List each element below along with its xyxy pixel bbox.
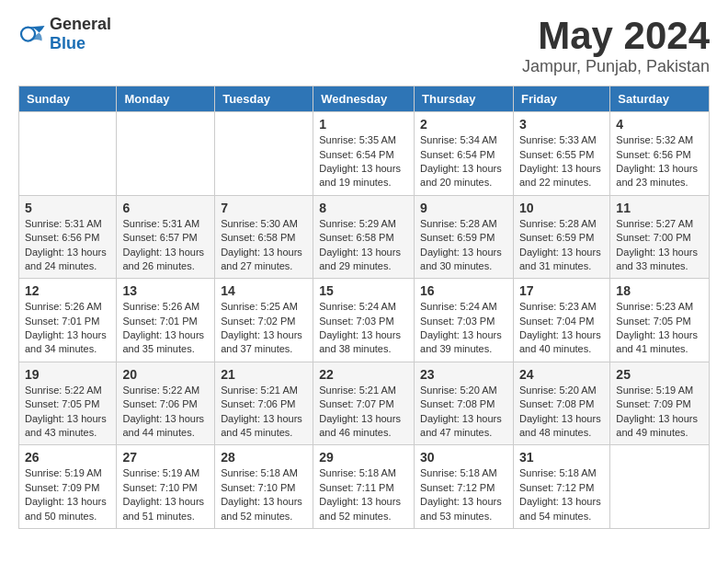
calendar-cell: 11Sunrise: 5:27 AM Sunset: 7:00 PM Dayli…	[610, 195, 710, 279]
day-info: Sunrise: 5:28 AM Sunset: 6:59 PM Dayligh…	[519, 217, 604, 274]
day-info: Sunrise: 5:23 AM Sunset: 7:04 PM Dayligh…	[519, 300, 604, 357]
day-number: 17	[519, 283, 604, 298]
day-info: Sunrise: 5:28 AM Sunset: 6:59 PM Dayligh…	[420, 217, 507, 274]
day-number: 20	[122, 367, 209, 382]
weekday-header: Wednesday	[313, 86, 415, 112]
calendar-cell: 5Sunrise: 5:31 AM Sunset: 6:56 PM Daylig…	[19, 195, 117, 279]
day-number: 21	[221, 367, 307, 382]
calendar-week-row: 1Sunrise: 5:35 AM Sunset: 6:54 PM Daylig…	[19, 112, 710, 196]
day-number: 14	[221, 283, 307, 298]
day-info: Sunrise: 5:23 AM Sunset: 7:05 PM Dayligh…	[616, 300, 703, 357]
day-number: 31	[519, 450, 604, 465]
day-number: 22	[319, 367, 408, 382]
day-number: 30	[420, 450, 507, 465]
title-block: May 2024 Jampur, Punjab, Pakistan	[522, 15, 710, 76]
calendar-cell: 2Sunrise: 5:34 AM Sunset: 6:54 PM Daylig…	[415, 112, 514, 196]
day-number: 24	[519, 367, 604, 382]
main-title: May 2024	[522, 15, 710, 57]
day-info: Sunrise: 5:25 AM Sunset: 7:02 PM Dayligh…	[221, 300, 307, 357]
day-number: 7	[221, 201, 307, 215]
day-info: Sunrise: 5:26 AM Sunset: 7:01 PM Dayligh…	[25, 300, 110, 357]
calendar-cell: 6Sunrise: 5:31 AM Sunset: 6:57 PM Daylig…	[117, 195, 215, 279]
calendar-week-row: 19Sunrise: 5:22 AM Sunset: 7:05 PM Dayli…	[19, 362, 710, 445]
calendar-cell: 19Sunrise: 5:22 AM Sunset: 7:05 PM Dayli…	[19, 362, 117, 445]
day-info: Sunrise: 5:20 AM Sunset: 7:08 PM Dayligh…	[420, 384, 507, 441]
weekday-header: Thursday	[415, 86, 514, 112]
calendar-cell: 21Sunrise: 5:21 AM Sunset: 7:06 PM Dayli…	[215, 362, 313, 445]
day-info: Sunrise: 5:30 AM Sunset: 6:58 PM Dayligh…	[221, 217, 307, 274]
calendar-cell: 16Sunrise: 5:24 AM Sunset: 7:03 PM Dayli…	[415, 279, 514, 362]
weekday-header: Friday	[513, 86, 609, 112]
calendar-cell	[610, 445, 710, 529]
day-number: 23	[420, 367, 507, 382]
day-number: 10	[519, 201, 604, 215]
day-number: 29	[319, 450, 408, 465]
day-info: Sunrise: 5:27 AM Sunset: 7:00 PM Dayligh…	[616, 217, 703, 274]
day-number: 9	[420, 201, 507, 215]
day-number: 18	[616, 283, 703, 298]
calendar-cell: 22Sunrise: 5:21 AM Sunset: 7:07 PM Dayli…	[313, 362, 415, 445]
calendar-cell: 28Sunrise: 5:18 AM Sunset: 7:10 PM Dayli…	[215, 445, 313, 529]
day-info: Sunrise: 5:18 AM Sunset: 7:10 PM Dayligh…	[221, 466, 307, 523]
day-info: Sunrise: 5:29 AM Sunset: 6:58 PM Dayligh…	[319, 217, 408, 274]
day-number: 26	[25, 450, 110, 465]
day-info: Sunrise: 5:31 AM Sunset: 6:57 PM Dayligh…	[122, 217, 209, 274]
day-info: Sunrise: 5:26 AM Sunset: 7:01 PM Dayligh…	[122, 300, 209, 357]
day-info: Sunrise: 5:18 AM Sunset: 7:12 PM Dayligh…	[519, 466, 604, 523]
day-number: 3	[519, 117, 604, 132]
day-number: 1	[319, 117, 408, 132]
calendar-header-row: SundayMondayTuesdayWednesdayThursdayFrid…	[19, 86, 710, 112]
day-info: Sunrise: 5:24 AM Sunset: 7:03 PM Dayligh…	[420, 300, 507, 357]
logo: General Blue	[18, 15, 111, 53]
day-info: Sunrise: 5:21 AM Sunset: 7:06 PM Dayligh…	[221, 384, 307, 441]
day-info: Sunrise: 5:22 AM Sunset: 7:06 PM Dayligh…	[122, 384, 209, 441]
subtitle: Jampur, Punjab, Pakistan	[522, 57, 710, 76]
day-number: 11	[616, 201, 703, 215]
calendar-cell: 29Sunrise: 5:18 AM Sunset: 7:11 PM Dayli…	[313, 445, 415, 529]
day-number: 6	[122, 201, 209, 215]
logo-blue-text: Blue	[50, 34, 111, 53]
calendar-cell	[215, 112, 313, 196]
day-number: 12	[25, 283, 110, 298]
calendar-week-row: 26Sunrise: 5:19 AM Sunset: 7:09 PM Dayli…	[19, 445, 710, 529]
calendar-cell: 15Sunrise: 5:24 AM Sunset: 7:03 PM Dayli…	[313, 279, 415, 362]
logo-general-text: General	[50, 15, 111, 34]
day-info: Sunrise: 5:20 AM Sunset: 7:08 PM Dayligh…	[519, 384, 604, 441]
day-info: Sunrise: 5:18 AM Sunset: 7:12 PM Dayligh…	[420, 466, 507, 523]
calendar-cell	[117, 112, 215, 196]
day-info: Sunrise: 5:31 AM Sunset: 6:56 PM Dayligh…	[25, 217, 110, 274]
day-info: Sunrise: 5:32 AM Sunset: 6:56 PM Dayligh…	[616, 133, 703, 190]
calendar-cell: 25Sunrise: 5:19 AM Sunset: 7:09 PM Dayli…	[610, 362, 710, 445]
calendar-cell: 4Sunrise: 5:32 AM Sunset: 6:56 PM Daylig…	[610, 112, 710, 196]
day-number: 25	[616, 367, 703, 382]
day-number: 5	[25, 201, 110, 215]
day-info: Sunrise: 5:19 AM Sunset: 7:09 PM Dayligh…	[616, 384, 703, 441]
day-number: 28	[221, 450, 307, 465]
day-number: 19	[25, 367, 110, 382]
calendar-cell: 31Sunrise: 5:18 AM Sunset: 7:12 PM Dayli…	[513, 445, 609, 529]
day-info: Sunrise: 5:34 AM Sunset: 6:54 PM Dayligh…	[420, 133, 507, 190]
calendar-cell: 26Sunrise: 5:19 AM Sunset: 7:09 PM Dayli…	[19, 445, 117, 529]
calendar-cell: 8Sunrise: 5:29 AM Sunset: 6:58 PM Daylig…	[313, 195, 415, 279]
day-number: 15	[319, 283, 408, 298]
header: General Blue May 2024 Jampur, Punjab, Pa…	[18, 15, 710, 76]
weekday-header: Sunday	[19, 86, 117, 112]
day-number: 4	[616, 117, 703, 132]
calendar-cell: 9Sunrise: 5:28 AM Sunset: 6:59 PM Daylig…	[415, 195, 514, 279]
weekday-header: Monday	[117, 86, 215, 112]
day-number: 13	[122, 283, 209, 298]
day-info: Sunrise: 5:24 AM Sunset: 7:03 PM Dayligh…	[319, 300, 408, 357]
calendar-cell: 14Sunrise: 5:25 AM Sunset: 7:02 PM Dayli…	[215, 279, 313, 362]
calendar-cell	[19, 112, 117, 196]
day-info: Sunrise: 5:19 AM Sunset: 7:10 PM Dayligh…	[122, 466, 209, 523]
day-number: 2	[420, 117, 507, 132]
calendar-table: SundayMondayTuesdayWednesdayThursdayFrid…	[18, 86, 710, 529]
logo-text: General Blue	[50, 15, 111, 53]
calendar-cell: 23Sunrise: 5:20 AM Sunset: 7:08 PM Dayli…	[415, 362, 514, 445]
calendar-week-row: 5Sunrise: 5:31 AM Sunset: 6:56 PM Daylig…	[19, 195, 710, 279]
calendar-cell: 1Sunrise: 5:35 AM Sunset: 6:54 PM Daylig…	[313, 112, 415, 196]
weekday-header: Saturday	[610, 86, 710, 112]
calendar-cell: 7Sunrise: 5:30 AM Sunset: 6:58 PM Daylig…	[215, 195, 313, 279]
day-info: Sunrise: 5:19 AM Sunset: 7:09 PM Dayligh…	[25, 466, 110, 523]
weekday-header: Tuesday	[215, 86, 313, 112]
